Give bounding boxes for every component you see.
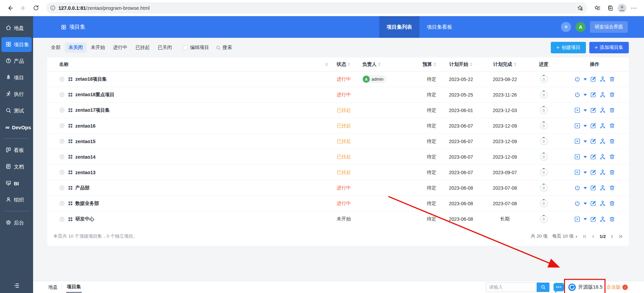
sidebar-item-org[interactable]: 组织 — [1, 192, 32, 207]
more-actions-caret[interactable] — [584, 125, 587, 127]
more-actions-caret[interactable] — [584, 202, 587, 205]
more-actions-caret[interactable] — [584, 171, 587, 174]
site-info-icon[interactable] — [50, 5, 56, 11]
assign-members-button[interactable] — [599, 91, 606, 98]
more-actions-caret[interactable] — [584, 140, 587, 143]
expand-icon[interactable] — [59, 76, 65, 82]
column-end[interactable]: 计划完成 — [483, 61, 527, 68]
expand-icon[interactable] — [59, 107, 65, 113]
assign-members-button[interactable] — [599, 200, 606, 207]
expand-icon[interactable] — [59, 169, 65, 175]
sidebar-item-program[interactable]: 项目集 — [1, 37, 32, 52]
more-actions-caret[interactable] — [584, 156, 587, 158]
filter-wait[interactable]: 未开始 — [87, 43, 109, 53]
edit-button[interactable] — [590, 216, 596, 222]
column-begin[interactable]: 计划开始 — [439, 61, 483, 68]
delete-button[interactable] — [609, 216, 615, 222]
per-page-select[interactable]: 每页 10 项▲ — [552, 233, 578, 239]
program-name-link[interactable]: zentao18重点项目 — [75, 92, 114, 98]
assign-members-button[interactable] — [599, 138, 606, 144]
more-actions-caret[interactable] — [584, 78, 587, 81]
filter-suspended[interactable]: 已挂起 — [132, 43, 153, 53]
crumb-home[interactable]: 地盘 — [48, 284, 58, 290]
collections-icon[interactable] — [605, 3, 616, 14]
edit-button[interactable] — [590, 169, 596, 176]
filter-closed[interactable]: 已关闭 — [154, 43, 176, 53]
edit-button[interactable] — [590, 185, 596, 191]
column-name[interactable]: 名称 — [47, 61, 320, 68]
sidebar-item-product[interactable]: 产品 — [1, 54, 32, 69]
assign-members-button[interactable] — [599, 154, 606, 160]
expand-icon[interactable] — [59, 92, 65, 98]
start-program-button[interactable] — [574, 216, 581, 222]
expand-icon[interactable] — [59, 138, 65, 144]
user-avatar[interactable]: A — [575, 22, 586, 32]
delete-button[interactable] — [609, 123, 615, 129]
feedback-chat-icon[interactable]: ••• — [553, 283, 564, 291]
sidebar-item-execution[interactable]: 执行 — [1, 87, 32, 102]
url-text[interactable]: 127.0.0.1:81/zentao/program-browse.html — [58, 5, 574, 11]
delete-button[interactable] — [609, 91, 615, 98]
edit-button[interactable] — [590, 200, 596, 207]
tab-program-kanban[interactable]: 项目集看板 — [419, 16, 460, 38]
assign-members-button[interactable] — [599, 123, 606, 129]
filter-unclosed[interactable]: 未关闭 — [65, 43, 86, 53]
column-status[interactable]: 状态 — [333, 61, 360, 68]
more-actions-caret[interactable] — [584, 187, 587, 189]
tab-program-list[interactable]: 项目集列表 — [379, 16, 419, 38]
assign-members-button[interactable] — [599, 185, 606, 191]
start-program-button[interactable] — [574, 138, 581, 144]
assign-members-button[interactable] — [599, 107, 606, 113]
prev-page-icon[interactable] — [591, 234, 595, 239]
program-name-link[interactable]: 研发中心 — [75, 216, 94, 222]
browser-menu-icon[interactable]: ⋯ — [628, 3, 639, 14]
more-actions-caret[interactable] — [584, 94, 587, 96]
sidebar-item-kanban[interactable]: 看板 — [1, 143, 32, 158]
quick-create-button[interactable]: + — [561, 22, 571, 32]
program-name-link[interactable]: 产品部 — [75, 185, 89, 191]
assign-members-button[interactable] — [599, 216, 606, 222]
assign-members-button[interactable] — [599, 76, 606, 82]
expand-icon[interactable] — [59, 123, 65, 129]
close-program-button[interactable] — [574, 200, 581, 207]
close-program-button[interactable] — [574, 76, 581, 82]
browser-refresh-icon[interactable] — [30, 3, 41, 14]
collapse-all-icon[interactable] — [320, 62, 333, 67]
last-page-icon[interactable] — [618, 234, 623, 239]
delete-button[interactable] — [609, 200, 615, 207]
start-program-button[interactable] — [574, 123, 581, 129]
first-page-icon[interactable] — [583, 234, 587, 239]
program-name-link[interactable]: zentao17项目集 — [75, 107, 110, 113]
expand-icon[interactable] — [59, 154, 65, 160]
expand-icon[interactable] — [59, 201, 65, 206]
favorite-star-icon[interactable] — [577, 5, 583, 11]
delete-button[interactable] — [609, 154, 615, 160]
address-bar[interactable]: 127.0.0.1:81/zentao/program-browse.html — [46, 2, 587, 14]
next-page-icon[interactable] — [610, 234, 614, 239]
start-program-button[interactable] — [574, 154, 581, 160]
program-name-link[interactable]: zentao15 — [75, 139, 96, 144]
edit-button[interactable] — [590, 154, 596, 160]
start-program-button[interactable] — [574, 107, 581, 113]
edit-button[interactable] — [590, 76, 596, 82]
browser-profile-avatar[interactable] — [618, 4, 626, 12]
filter-all[interactable]: 全部 — [47, 43, 64, 53]
program-name-link[interactable]: 数据业务部 — [75, 201, 99, 207]
edit-button[interactable] — [590, 123, 596, 129]
edit-button[interactable] — [590, 138, 596, 144]
enterprise-link[interactable]: 企业版 ↑ — [607, 284, 628, 290]
program-name-link[interactable]: zentao13 — [75, 170, 96, 175]
program-name-link[interactable]: zentao14 — [75, 154, 96, 160]
owner-pill[interactable]: A admin — [362, 75, 386, 83]
edit-project-checkbox[interactable]: 编辑项目 — [183, 45, 209, 51]
assign-members-button[interactable] — [599, 169, 606, 176]
delete-button[interactable] — [609, 185, 615, 191]
crumb-program[interactable]: 项目集 — [66, 282, 82, 293]
expand-icon[interactable] — [59, 216, 65, 222]
favorites-bar-icon[interactable] — [592, 3, 603, 14]
delete-button[interactable] — [609, 107, 615, 113]
sidebar-item-qa[interactable]: 测试 — [1, 103, 32, 118]
sidebar-item-bi[interactable]: BI — [1, 176, 32, 191]
program-name-link[interactable]: zentao16 — [75, 123, 96, 129]
sidebar-item-doc[interactable]: 文档 — [1, 159, 32, 174]
